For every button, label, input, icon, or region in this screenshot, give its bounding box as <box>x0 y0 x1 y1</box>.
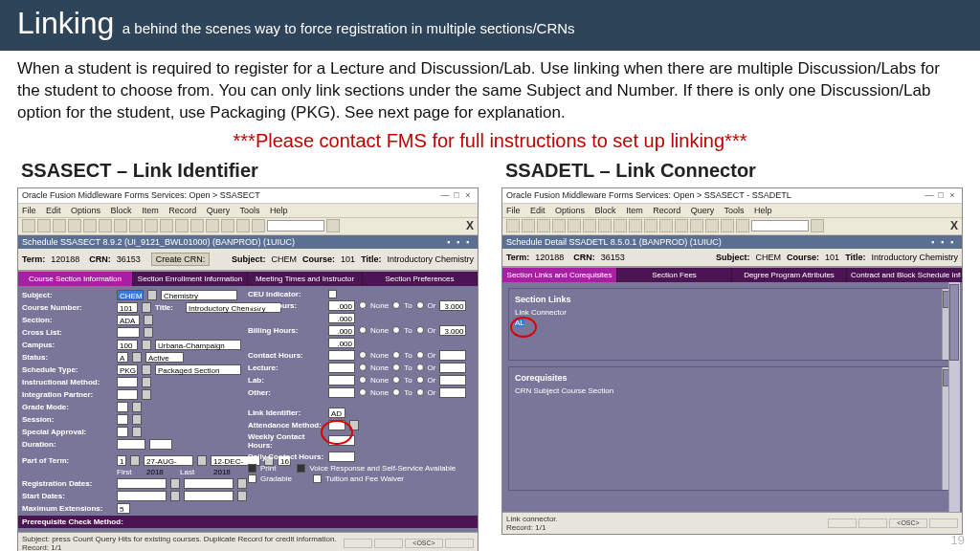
tb-close-icon[interactable]: X <box>950 219 958 232</box>
cal-icon[interactable] <box>170 491 180 501</box>
tab-enrollment[interactable]: Section Enrollment Information <box>133 272 248 286</box>
credit-act[interactable]: .000 <box>328 313 355 323</box>
dropdown-icon[interactable] <box>130 455 140 466</box>
menu-block[interactable]: Block <box>595 206 616 215</box>
tb-icon[interactable] <box>129 219 143 232</box>
tb-icon[interactable] <box>99 219 112 232</box>
hdr-icon[interactable]: ▪ <box>457 237 464 245</box>
rad[interactable] <box>392 376 400 384</box>
menu-item[interactable]: Item <box>626 206 643 215</box>
term-field[interactable]: 120188 <box>51 254 83 264</box>
campus-field[interactable]: 100 <box>117 340 138 350</box>
rad-none[interactable] <box>359 301 367 309</box>
crn-field[interactable]: 36153 <box>601 253 630 262</box>
tb-icon[interactable] <box>598 219 612 232</box>
tb-field[interactable] <box>267 220 324 231</box>
lecture-lo[interactable] <box>328 363 355 373</box>
reglast[interactable] <box>184 478 234 489</box>
dropdown-icon[interactable] <box>132 402 142 412</box>
tb-icon[interactable] <box>506 219 520 232</box>
credit-lo[interactable]: .000 <box>328 300 355 311</box>
tb-icon[interactable] <box>659 219 673 232</box>
menu-help[interactable]: Help <box>270 206 288 215</box>
tab-degree[interactable]: Degree Program Attributes <box>732 268 847 282</box>
maxext-field[interactable]: 5 <box>117 503 130 514</box>
tb-icon[interactable] <box>629 219 642 232</box>
billing-hi[interactable]: 3.000 <box>439 325 466 336</box>
lab-hi[interactable] <box>439 375 466 386</box>
menu-options[interactable]: Options <box>71 206 100 215</box>
billing-lo[interactable]: .000 <box>328 325 355 336</box>
integ-field[interactable] <box>117 389 138 400</box>
dropdown-icon[interactable] <box>142 302 151 313</box>
specappr-field[interactable] <box>117 427 128 437</box>
dropdown-icon[interactable] <box>144 315 153 325</box>
close-icon[interactable]: × <box>462 190 474 200</box>
menu-item[interactable]: Item <box>142 206 159 215</box>
dropdown-icon[interactable] <box>142 340 151 350</box>
tb-icon[interactable] <box>326 219 340 232</box>
min-icon[interactable]: — <box>924 190 935 200</box>
scroll-thumb[interactable] <box>949 284 959 361</box>
contact-hi[interactable] <box>439 350 466 361</box>
dropdown-icon[interactable] <box>132 427 142 437</box>
cal-icon[interactable] <box>170 478 180 489</box>
tb-icon[interactable] <box>145 219 158 232</box>
menu-tools[interactable]: Tools <box>724 206 745 215</box>
crn-field[interactable]: 36153 <box>117 254 145 264</box>
tb-icon[interactable] <box>22 219 35 232</box>
tb-icon[interactable] <box>644 219 657 232</box>
rad[interactable] <box>416 388 424 396</box>
tb-icon[interactable] <box>736 219 749 232</box>
tab-course-section[interactable]: Course Section Information <box>18 272 133 286</box>
dropdown-icon[interactable] <box>144 327 153 338</box>
rad[interactable] <box>392 351 400 359</box>
status-field[interactable]: A <box>117 352 128 363</box>
tab-meeting[interactable]: Meeting Times and Instructor <box>248 272 363 286</box>
rad[interactable] <box>359 326 367 334</box>
tb-icon[interactable] <box>568 219 581 232</box>
rad[interactable] <box>416 351 424 359</box>
tb-icon[interactable] <box>583 219 596 232</box>
menu-query[interactable]: Query <box>691 206 715 215</box>
startlast[interactable] <box>184 491 234 501</box>
tb-icon[interactable] <box>83 219 97 232</box>
dropdown-icon[interactable] <box>142 389 151 400</box>
gradable-checkbox[interactable] <box>248 474 256 483</box>
tb-icon[interactable] <box>206 219 219 232</box>
outer-scrollbar[interactable] <box>948 282 960 512</box>
rad[interactable] <box>416 326 424 334</box>
ceu-checkbox[interactable] <box>328 290 337 298</box>
max-icon[interactable]: □ <box>451 190 462 200</box>
contact-lo[interactable] <box>328 350 355 361</box>
grade-field[interactable] <box>117 402 128 412</box>
rad[interactable] <box>359 351 367 359</box>
tb-icon[interactable] <box>175 219 189 232</box>
regfirst[interactable] <box>117 478 167 489</box>
subject-field[interactable]: CHEM <box>117 290 144 300</box>
tb-icon[interactable] <box>705 219 719 232</box>
dropdown-icon[interactable] <box>147 290 157 300</box>
menu-options[interactable]: Options <box>555 206 585 215</box>
rad-to[interactable] <box>392 301 400 309</box>
create-crn-button[interactable]: Create CRN: <box>151 253 211 266</box>
min-icon[interactable]: — <box>439 190 451 200</box>
section-field[interactable]: ADA <box>117 315 140 325</box>
tb-icon[interactable] <box>190 219 204 232</box>
billing-act[interactable]: .000 <box>328 338 355 348</box>
course-field[interactable]: 101 <box>117 302 138 313</box>
session-field[interactable] <box>117 414 128 425</box>
rad[interactable] <box>416 376 424 384</box>
tb-icon[interactable] <box>68 219 81 232</box>
tb-icon[interactable] <box>236 219 250 232</box>
hdr-icon[interactable]: ▪ <box>941 237 948 245</box>
dropdown-icon[interactable] <box>132 414 142 425</box>
dropdown-icon[interactable] <box>142 364 151 375</box>
menu-file[interactable]: File <box>506 206 521 215</box>
cal-icon[interactable] <box>197 455 207 466</box>
hdr-icon[interactable]: ▪ <box>466 237 474 245</box>
hdr-icon[interactable]: ▪ <box>931 237 939 245</box>
duration-unit[interactable] <box>149 439 172 450</box>
duration-field[interactable] <box>117 439 145 450</box>
startfirst[interactable] <box>117 491 167 501</box>
